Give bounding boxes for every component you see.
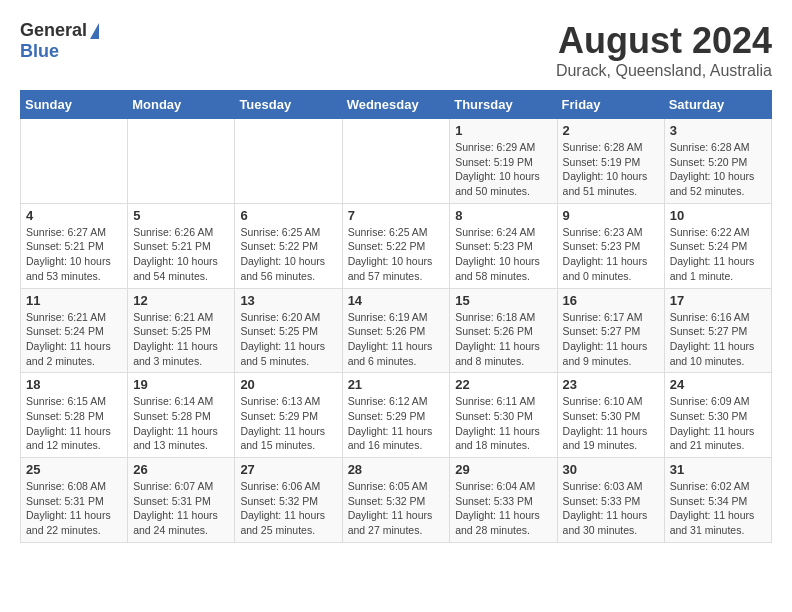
calendar-header-thursday: Thursday bbox=[450, 91, 557, 119]
calendar-header-tuesday: Tuesday bbox=[235, 91, 342, 119]
day-number: 10 bbox=[670, 208, 766, 223]
calendar-header-monday: Monday bbox=[128, 91, 235, 119]
day-detail: Sunrise: 6:02 AMSunset: 5:34 PMDaylight:… bbox=[670, 479, 766, 538]
calendar-cell: 27Sunrise: 6:06 AMSunset: 5:32 PMDayligh… bbox=[235, 458, 342, 543]
day-detail: Sunrise: 6:28 AMSunset: 5:19 PMDaylight:… bbox=[563, 140, 659, 199]
day-detail: Sunrise: 6:24 AMSunset: 5:23 PMDaylight:… bbox=[455, 225, 551, 284]
day-detail: Sunrise: 6:10 AMSunset: 5:30 PMDaylight:… bbox=[563, 394, 659, 453]
day-detail: Sunrise: 6:14 AMSunset: 5:28 PMDaylight:… bbox=[133, 394, 229, 453]
day-number: 18 bbox=[26, 377, 122, 392]
day-detail: Sunrise: 6:29 AMSunset: 5:19 PMDaylight:… bbox=[455, 140, 551, 199]
calendar-week-row: 18Sunrise: 6:15 AMSunset: 5:28 PMDayligh… bbox=[21, 373, 772, 458]
day-number: 15 bbox=[455, 293, 551, 308]
calendar-header-row: SundayMondayTuesdayWednesdayThursdayFrid… bbox=[21, 91, 772, 119]
day-number: 9 bbox=[563, 208, 659, 223]
calendar-table: SundayMondayTuesdayWednesdayThursdayFrid… bbox=[20, 90, 772, 543]
calendar-cell: 18Sunrise: 6:15 AMSunset: 5:28 PMDayligh… bbox=[21, 373, 128, 458]
calendar-cell bbox=[235, 119, 342, 204]
calendar-cell: 5Sunrise: 6:26 AMSunset: 5:21 PMDaylight… bbox=[128, 203, 235, 288]
day-detail: Sunrise: 6:21 AMSunset: 5:25 PMDaylight:… bbox=[133, 310, 229, 369]
calendar-cell: 12Sunrise: 6:21 AMSunset: 5:25 PMDayligh… bbox=[128, 288, 235, 373]
day-detail: Sunrise: 6:03 AMSunset: 5:33 PMDaylight:… bbox=[563, 479, 659, 538]
calendar-cell: 29Sunrise: 6:04 AMSunset: 5:33 PMDayligh… bbox=[450, 458, 557, 543]
day-number: 13 bbox=[240, 293, 336, 308]
day-number: 23 bbox=[563, 377, 659, 392]
calendar-cell: 20Sunrise: 6:13 AMSunset: 5:29 PMDayligh… bbox=[235, 373, 342, 458]
day-number: 7 bbox=[348, 208, 445, 223]
day-number: 8 bbox=[455, 208, 551, 223]
day-detail: Sunrise: 6:16 AMSunset: 5:27 PMDaylight:… bbox=[670, 310, 766, 369]
main-title: August 2024 bbox=[556, 20, 772, 62]
calendar-cell: 16Sunrise: 6:17 AMSunset: 5:27 PMDayligh… bbox=[557, 288, 664, 373]
day-number: 29 bbox=[455, 462, 551, 477]
day-number: 16 bbox=[563, 293, 659, 308]
day-detail: Sunrise: 6:07 AMSunset: 5:31 PMDaylight:… bbox=[133, 479, 229, 538]
calendar-cell: 24Sunrise: 6:09 AMSunset: 5:30 PMDayligh… bbox=[664, 373, 771, 458]
calendar-cell: 15Sunrise: 6:18 AMSunset: 5:26 PMDayligh… bbox=[450, 288, 557, 373]
calendar-cell: 13Sunrise: 6:20 AMSunset: 5:25 PMDayligh… bbox=[235, 288, 342, 373]
day-detail: Sunrise: 6:05 AMSunset: 5:32 PMDaylight:… bbox=[348, 479, 445, 538]
calendar-cell: 22Sunrise: 6:11 AMSunset: 5:30 PMDayligh… bbox=[450, 373, 557, 458]
calendar-cell: 11Sunrise: 6:21 AMSunset: 5:24 PMDayligh… bbox=[21, 288, 128, 373]
day-detail: Sunrise: 6:28 AMSunset: 5:20 PMDaylight:… bbox=[670, 140, 766, 199]
calendar-cell: 21Sunrise: 6:12 AMSunset: 5:29 PMDayligh… bbox=[342, 373, 450, 458]
day-number: 5 bbox=[133, 208, 229, 223]
day-number: 22 bbox=[455, 377, 551, 392]
day-number: 2 bbox=[563, 123, 659, 138]
calendar-cell: 1Sunrise: 6:29 AMSunset: 5:19 PMDaylight… bbox=[450, 119, 557, 204]
day-detail: Sunrise: 6:26 AMSunset: 5:21 PMDaylight:… bbox=[133, 225, 229, 284]
calendar-week-row: 11Sunrise: 6:21 AMSunset: 5:24 PMDayligh… bbox=[21, 288, 772, 373]
day-detail: Sunrise: 6:09 AMSunset: 5:30 PMDaylight:… bbox=[670, 394, 766, 453]
calendar-cell: 26Sunrise: 6:07 AMSunset: 5:31 PMDayligh… bbox=[128, 458, 235, 543]
day-detail: Sunrise: 6:22 AMSunset: 5:24 PMDaylight:… bbox=[670, 225, 766, 284]
day-detail: Sunrise: 6:08 AMSunset: 5:31 PMDaylight:… bbox=[26, 479, 122, 538]
calendar-cell: 31Sunrise: 6:02 AMSunset: 5:34 PMDayligh… bbox=[664, 458, 771, 543]
calendar-cell bbox=[21, 119, 128, 204]
day-number: 1 bbox=[455, 123, 551, 138]
day-number: 4 bbox=[26, 208, 122, 223]
calendar-cell: 25Sunrise: 6:08 AMSunset: 5:31 PMDayligh… bbox=[21, 458, 128, 543]
day-number: 26 bbox=[133, 462, 229, 477]
logo: General Blue bbox=[20, 20, 99, 62]
calendar-cell: 4Sunrise: 6:27 AMSunset: 5:21 PMDaylight… bbox=[21, 203, 128, 288]
day-detail: Sunrise: 6:25 AMSunset: 5:22 PMDaylight:… bbox=[348, 225, 445, 284]
title-area: August 2024 Durack, Queensland, Australi… bbox=[556, 20, 772, 80]
day-detail: Sunrise: 6:25 AMSunset: 5:22 PMDaylight:… bbox=[240, 225, 336, 284]
day-detail: Sunrise: 6:06 AMSunset: 5:32 PMDaylight:… bbox=[240, 479, 336, 538]
day-number: 31 bbox=[670, 462, 766, 477]
calendar-cell bbox=[342, 119, 450, 204]
day-number: 3 bbox=[670, 123, 766, 138]
calendar-cell: 9Sunrise: 6:23 AMSunset: 5:23 PMDaylight… bbox=[557, 203, 664, 288]
calendar-cell: 23Sunrise: 6:10 AMSunset: 5:30 PMDayligh… bbox=[557, 373, 664, 458]
calendar-header-wednesday: Wednesday bbox=[342, 91, 450, 119]
day-detail: Sunrise: 6:13 AMSunset: 5:29 PMDaylight:… bbox=[240, 394, 336, 453]
calendar-header-friday: Friday bbox=[557, 91, 664, 119]
calendar-cell: 17Sunrise: 6:16 AMSunset: 5:27 PMDayligh… bbox=[664, 288, 771, 373]
day-detail: Sunrise: 6:12 AMSunset: 5:29 PMDaylight:… bbox=[348, 394, 445, 453]
day-number: 6 bbox=[240, 208, 336, 223]
logo-general-text: General bbox=[20, 20, 87, 41]
day-detail: Sunrise: 6:21 AMSunset: 5:24 PMDaylight:… bbox=[26, 310, 122, 369]
calendar-cell: 14Sunrise: 6:19 AMSunset: 5:26 PMDayligh… bbox=[342, 288, 450, 373]
day-number: 24 bbox=[670, 377, 766, 392]
day-number: 11 bbox=[26, 293, 122, 308]
day-number: 30 bbox=[563, 462, 659, 477]
calendar-header-sunday: Sunday bbox=[21, 91, 128, 119]
calendar-cell: 19Sunrise: 6:14 AMSunset: 5:28 PMDayligh… bbox=[128, 373, 235, 458]
day-number: 14 bbox=[348, 293, 445, 308]
day-detail: Sunrise: 6:15 AMSunset: 5:28 PMDaylight:… bbox=[26, 394, 122, 453]
day-detail: Sunrise: 6:19 AMSunset: 5:26 PMDaylight:… bbox=[348, 310, 445, 369]
day-number: 12 bbox=[133, 293, 229, 308]
logo-arrow-icon bbox=[90, 23, 99, 39]
sub-title: Durack, Queensland, Australia bbox=[556, 62, 772, 80]
day-detail: Sunrise: 6:23 AMSunset: 5:23 PMDaylight:… bbox=[563, 225, 659, 284]
day-number: 25 bbox=[26, 462, 122, 477]
calendar-cell bbox=[128, 119, 235, 204]
calendar-week-row: 25Sunrise: 6:08 AMSunset: 5:31 PMDayligh… bbox=[21, 458, 772, 543]
calendar-cell: 2Sunrise: 6:28 AMSunset: 5:19 PMDaylight… bbox=[557, 119, 664, 204]
calendar-week-row: 1Sunrise: 6:29 AMSunset: 5:19 PMDaylight… bbox=[21, 119, 772, 204]
calendar-cell: 6Sunrise: 6:25 AMSunset: 5:22 PMDaylight… bbox=[235, 203, 342, 288]
day-number: 17 bbox=[670, 293, 766, 308]
calendar-cell: 28Sunrise: 6:05 AMSunset: 5:32 PMDayligh… bbox=[342, 458, 450, 543]
calendar-cell: 30Sunrise: 6:03 AMSunset: 5:33 PMDayligh… bbox=[557, 458, 664, 543]
